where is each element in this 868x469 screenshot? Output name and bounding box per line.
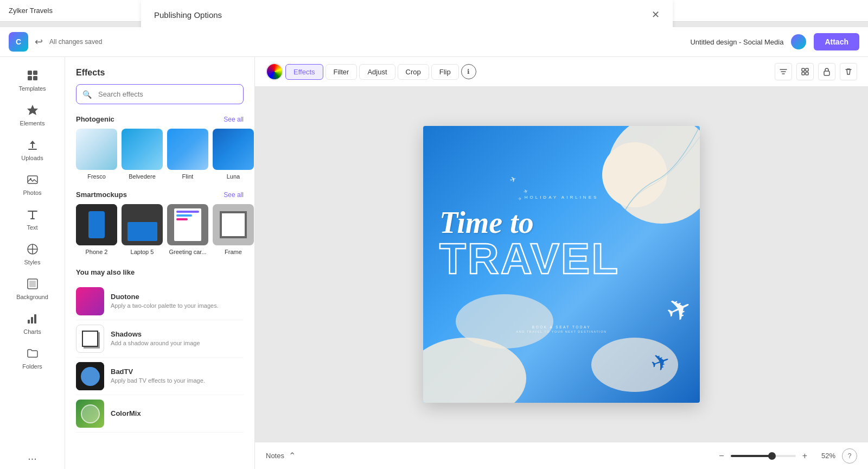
color-picker-button[interactable] <box>266 63 283 80</box>
destination-text: AND TRAVEL TO YOUR NEXT DESTINATION <box>502 330 621 333</box>
also-like-shadows[interactable]: Shadows Add a shadow around your image <box>76 320 244 358</box>
colormix-thumb <box>76 400 104 428</box>
background-icon <box>25 276 40 291</box>
styles-icon <box>25 242 40 257</box>
svg-rect-13 <box>34 314 36 324</box>
photos-icon <box>25 172 40 187</box>
effect-fresco[interactable]: Fresco <box>76 129 117 180</box>
grid-icon[interactable] <box>796 63 814 80</box>
colormix-info: ColorMix <box>111 409 244 419</box>
badtv-thumb <box>76 362 104 390</box>
canva-logo: C <box>9 32 28 52</box>
canvas-area: ✈ ✈ ✈ HOLIDAY AIRLINES Time to TRAVEL ✈ … <box>255 87 868 442</box>
luna-thumb <box>213 129 254 170</box>
also-like-section: You may also like Duotone Apply a two-co… <box>65 264 254 437</box>
templates-icon <box>25 68 40 83</box>
duotone-thumb <box>76 287 104 315</box>
sidebar-item-folders[interactable]: Folders <box>5 341 60 374</box>
also-like-colormix[interactable]: ColorMix <box>76 395 244 433</box>
publishing-close-button[interactable]: ✕ <box>652 9 660 21</box>
sidebar-item-styles[interactable]: Styles <box>5 237 60 270</box>
shadows-desc: Add a shadow around your image <box>111 339 244 347</box>
notes-bar: Notes ⌃ − + 52% ? <box>255 442 868 469</box>
svg-rect-6 <box>28 176 37 183</box>
flint-label: Flint <box>182 173 194 180</box>
also-like-badtv[interactable]: BadTV Apply bad TV effects to your image… <box>76 358 244 395</box>
lock-icon[interactable] <box>818 63 835 80</box>
zoom-plus-button[interactable]: + <box>802 451 807 461</box>
sidebar-more-button[interactable]: ... <box>28 450 37 462</box>
effect-flint[interactable]: Flint <box>167 129 208 180</box>
effect-belvedere[interactable]: Belvedere <box>122 129 163 180</box>
svg-rect-15 <box>806 68 808 71</box>
effects-search-box[interactable]: 🔍 <box>76 84 244 104</box>
publishing-options-title: Publishing Options <box>154 10 222 20</box>
mockup-frame[interactable]: Frame <box>213 204 254 255</box>
effects-search-input[interactable] <box>76 84 244 104</box>
effect-luna[interactable]: Luna <box>213 129 254 180</box>
crop-tab-button[interactable]: Crop <box>398 64 429 80</box>
also-like-duotone[interactable]: Duotone Apply a two-color palette to you… <box>76 283 244 320</box>
sidebar-item-elements[interactable]: Elements <box>5 98 60 131</box>
zoom-slider[interactable] <box>731 455 796 457</box>
svg-rect-3 <box>33 76 37 80</box>
duotone-name: Duotone <box>111 293 244 301</box>
greeting-thumb <box>167 204 208 245</box>
sidebar-item-photos[interactable]: Photos <box>5 168 60 200</box>
luna-label: Luna <box>227 173 240 180</box>
filter-tab-button[interactable]: Filter <box>326 64 358 80</box>
info-button[interactable]: ℹ <box>461 64 476 79</box>
effects-panel-title: Effects <box>65 57 254 84</box>
flip-tab-button[interactable]: Flip <box>431 64 459 80</box>
photogenic-see-all[interactable]: See all <box>224 116 244 123</box>
zoom-percent-label: 52% <box>814 452 835 460</box>
sidebar-photos-label: Photos <box>23 189 41 196</box>
svg-rect-10 <box>29 281 36 287</box>
undo-button[interactable]: ↩ <box>35 36 43 48</box>
notes-label: Notes <box>266 452 284 460</box>
also-like-title: You may also like <box>76 268 244 276</box>
zoom-minus-button[interactable]: − <box>719 451 724 461</box>
book-text: BOOK A SEAT TODAY <box>502 325 621 329</box>
effects-panel: Effects 🔍 Photogenic See all Fresco Belv… <box>65 57 255 469</box>
shadows-thumb <box>76 325 104 353</box>
sidebar-item-background[interactable]: Background <box>5 272 60 305</box>
badtv-desc: Apply bad TV effects to your image. <box>111 377 244 385</box>
fresco-thumb <box>76 129 117 170</box>
laptop5-thumb <box>122 204 163 245</box>
mockup-laptop5[interactable]: Laptop 5 <box>122 204 163 255</box>
phone2-thumb <box>76 204 117 245</box>
belvedere-label: Belvedere <box>129 173 156 180</box>
laptop5-label: Laptop 5 <box>131 249 154 255</box>
design-preview[interactable]: ✈ ✈ ✈ HOLIDAY AIRLINES Time to TRAVEL ✈ … <box>423 126 700 403</box>
belvedere-thumb <box>122 129 163 170</box>
left-sidebar: Templates Elements Uploads Photos Text <box>0 57 65 469</box>
notes-toggle-button[interactable]: ⌃ <box>289 451 296 461</box>
effects-tab-button[interactable]: Effects <box>285 64 323 80</box>
uploads-icon <box>25 137 40 153</box>
svg-rect-2 <box>28 76 32 80</box>
colormix-name: ColorMix <box>111 409 244 417</box>
duotone-desc: Apply a two-color palette to your images… <box>111 302 244 310</box>
sidebar-item-uploads[interactable]: Uploads <box>5 133 60 166</box>
smartmockups-title: Smartmockups <box>76 191 127 199</box>
smartmockups-see-all[interactable]: See all <box>224 191 244 199</box>
smartmockups-grid: Phone 2 Laptop 5 <box>65 204 254 264</box>
adjust-tab-button[interactable]: Adjust <box>359 64 395 80</box>
trash-icon[interactable] <box>840 63 857 80</box>
filter-lines-icon[interactable] <box>775 63 792 80</box>
attach-button[interactable]: Attach <box>814 33 859 50</box>
flint-thumb <box>167 129 208 170</box>
duotone-info: Duotone Apply a two-color palette to you… <box>111 293 244 310</box>
badtv-info: BadTV Apply bad TV effects to your image… <box>111 367 244 385</box>
avatar-icon <box>790 33 807 50</box>
sidebar-item-templates[interactable]: Templates <box>5 64 60 96</box>
sidebar-item-text[interactable]: Text <box>5 202 60 235</box>
mockup-greetingcard[interactable]: Greeting car... <box>167 204 208 255</box>
help-button[interactable]: ? <box>842 448 857 464</box>
charts-icon <box>25 311 40 326</box>
sidebar-item-charts[interactable]: Charts <box>5 307 60 339</box>
photogenic-title: Photogenic <box>76 115 114 123</box>
mockup-phone2[interactable]: Phone 2 <box>76 204 117 255</box>
smartmockups-section-header: Smartmockups See all <box>65 188 254 204</box>
